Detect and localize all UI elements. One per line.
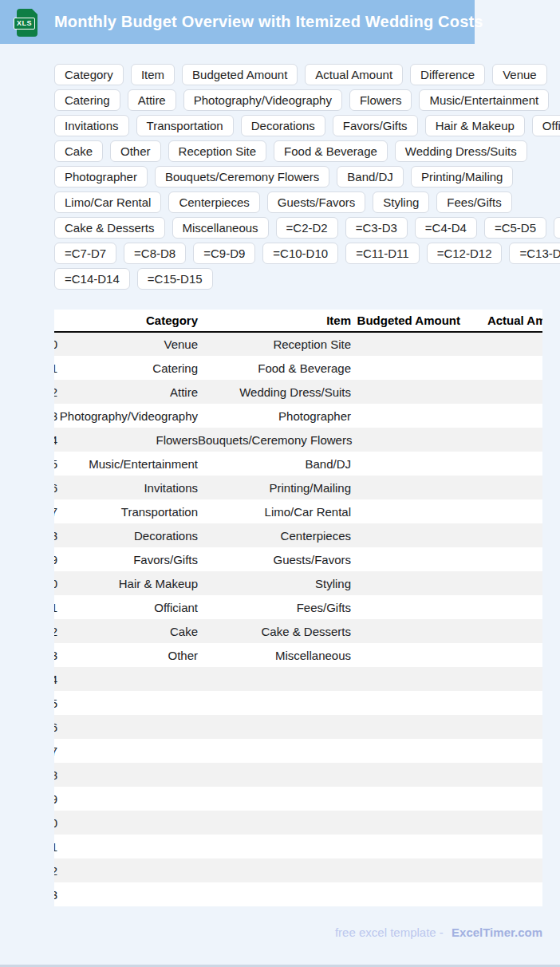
cell-budgeted: [351, 739, 460, 763]
chip-item[interactable]: Item: [131, 64, 175, 85]
chip-miscellaneous[interactable]: Miscellaneous: [172, 217, 269, 239]
chip-limo-car-rental[interactable]: Limo/Car Rental: [54, 191, 161, 213]
xls-file-icon: XLS: [17, 9, 37, 37]
chip-cake[interactable]: Cake: [54, 140, 103, 162]
chip-category[interactable]: Category: [54, 64, 124, 85]
chip-cake-desserts[interactable]: Cake & Desserts: [54, 217, 165, 239]
cell-category: Venue: [57, 332, 198, 356]
chip-row: CategoryItemBudgeted AmountActual Amount…: [54, 64, 560, 85]
chip-c4-d4[interactable]: =C4-D4: [415, 217, 477, 239]
cell-budgeted: [351, 428, 460, 452]
cell-budgeted: [351, 715, 460, 739]
cell-item: Limo/Car Rental: [198, 499, 351, 523]
cell-actual: [460, 476, 542, 499]
chip-fees-gifts[interactable]: Fees/Gifts: [436, 191, 511, 213]
cell-item: Reception Site: [198, 332, 351, 356]
chip-guests-favors[interactable]: Guests/Favors: [267, 191, 366, 213]
cell-item: Miscellaneous: [198, 643, 351, 667]
cell-actual: [460, 547, 542, 571]
cell-item: [198, 691, 351, 715]
chip-c6-d6[interactable]: =C6-D6: [554, 217, 560, 239]
chip-c9-d9[interactable]: =C9-D9: [193, 243, 255, 264]
cell-budgeted: [351, 476, 460, 499]
chip-actual-amount[interactable]: Actual Amount: [305, 64, 403, 85]
chip-printing-mailing[interactable]: Printing/Mailing: [411, 166, 514, 187]
cell-item: [198, 787, 351, 811]
chip-c15-d15[interactable]: =C15-D15: [137, 268, 213, 290]
chip-other[interactable]: Other: [110, 140, 161, 162]
cell-item: Styling: [198, 571, 351, 595]
cell-category: [57, 667, 198, 691]
cell-item: Guests/Favors: [198, 547, 351, 571]
chip-c8-d8[interactable]: =C8-D8: [124, 243, 186, 264]
chip-photography-videography[interactable]: Photography/Videography: [183, 89, 342, 111]
column-header-budgeted: Budgeted Amount: [351, 310, 460, 332]
chip-catering[interactable]: Catering: [54, 89, 120, 111]
chip-c12-d12[interactable]: =C12-D12: [427, 243, 503, 264]
cell-category: Catering: [57, 356, 198, 380]
cell-actual: [460, 571, 542, 595]
chip-transportation[interactable]: Transportation: [136, 115, 234, 136]
chip-budgeted-amount[interactable]: Budgeted Amount: [182, 64, 298, 85]
chip-photographer[interactable]: Photographer: [54, 166, 148, 187]
table-row: 9Favors/GiftsGuests/Favors: [54, 547, 542, 571]
chip-c2-d2[interactable]: =C2-D2: [276, 217, 338, 239]
chip-food-beverage[interactable]: Food & Beverage: [274, 140, 388, 162]
chip-c13-d13[interactable]: =C13-D13: [509, 243, 560, 264]
chip-centerpieces[interactable]: Centerpieces: [168, 191, 259, 213]
chip-music-entertainment[interactable]: Music/Entertainment: [419, 89, 549, 111]
chip-officiant[interactable]: Officiant: [532, 115, 560, 136]
cell-budgeted: [351, 691, 460, 715]
cell-category: [57, 835, 198, 858]
cell-category: Hair & Makeup: [57, 571, 198, 595]
table-row: 11OfficiantFees/Gifts: [54, 595, 542, 619]
table-header-row: Category Item Budgeted Amount Actual Amo…: [54, 310, 542, 332]
budget-table-container: Category Item Budgeted Amount Actual Amo…: [54, 310, 542, 906]
footer: free excel template - ExcelTimer.com: [54, 926, 542, 939]
chip-c3-d3[interactable]: =C3-D3: [345, 217, 408, 239]
cell-item: [198, 739, 351, 763]
table-row: 17: [54, 739, 542, 763]
chip-hair-makeup[interactable]: Hair & Makeup: [425, 115, 525, 136]
cell-item: [198, 882, 351, 906]
cell-actual: [460, 380, 542, 404]
cell-budgeted: [351, 858, 460, 882]
column-header-category: Category: [57, 310, 198, 332]
chip-c11-d11[interactable]: =C11-D11: [345, 243, 420, 264]
footer-brand-link[interactable]: ExcelTimer.com: [452, 926, 542, 939]
chip-invitations[interactable]: Invitations: [54, 115, 129, 136]
cell-actual: [460, 667, 542, 691]
cell-actual: [460, 595, 542, 619]
chip-styling[interactable]: Styling: [373, 191, 429, 213]
chip-flowers[interactable]: Flowers: [349, 89, 412, 111]
cell-budgeted: [351, 547, 460, 571]
cell-budgeted: [351, 404, 460, 428]
chip-row: InvitationsTransportationDecorationsFavo…: [54, 115, 560, 136]
cell-item: Food & Beverage: [198, 356, 351, 380]
chip-c5-d5[interactable]: =C5-D5: [484, 217, 546, 239]
cell-budgeted: [351, 619, 460, 643]
chip-c7-d7[interactable]: =C7-D7: [54, 243, 116, 264]
cell-actual: [460, 882, 542, 906]
chip-difference[interactable]: Difference: [410, 64, 485, 85]
table-row: 2AttireWedding Dress/Suits: [54, 380, 542, 404]
budget-table: Category Item Budgeted Amount Actual Amo…: [54, 310, 542, 906]
chip-reception-site[interactable]: Reception Site: [168, 140, 267, 162]
cell-item: Bouquets/Ceremony Flowers: [198, 428, 351, 452]
chip-decorations[interactable]: Decorations: [241, 115, 325, 136]
chip-venue[interactable]: Venue: [492, 64, 547, 85]
cell-item: Photographer: [198, 404, 351, 428]
chip-attire[interactable]: Attire: [128, 89, 176, 111]
cell-item: [198, 835, 351, 858]
cell-actual: [460, 452, 542, 476]
header-band: XLS Monthly Budget Overview with Itemize…: [0, 0, 475, 44]
chip-bouquets-ceremony-flowers[interactable]: Bouquets/Ceremony Flowers: [155, 166, 329, 187]
chip-favors-gifts[interactable]: Favors/Gifts: [333, 115, 418, 136]
folded-corner-icon: [31, 8, 38, 15]
chip-c10-d10[interactable]: =C10-D10: [262, 243, 338, 264]
table-row: 1CateringFood & Beverage: [54, 356, 542, 380]
chip-c14-d14[interactable]: =C14-D14: [54, 268, 130, 290]
chip-band-dj[interactable]: Band/DJ: [337, 166, 404, 187]
chip-wedding-dress-suits[interactable]: Wedding Dress/Suits: [395, 140, 527, 162]
cell-budgeted: [351, 452, 460, 476]
